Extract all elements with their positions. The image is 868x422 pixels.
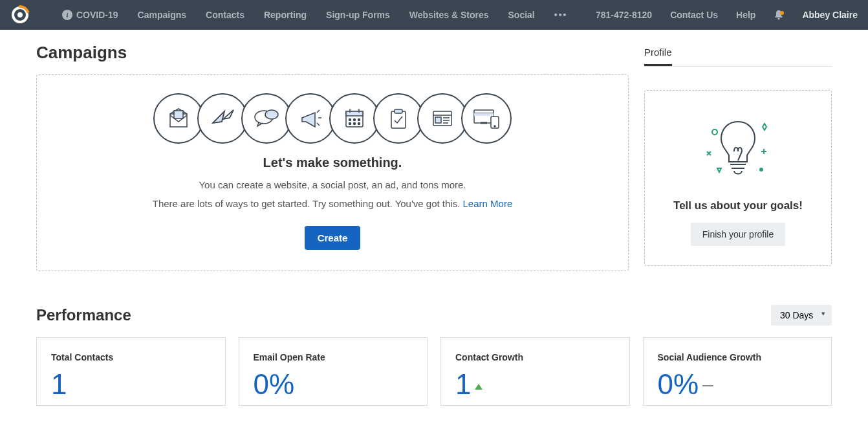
- svg-rect-32: [474, 113, 494, 116]
- nav-contact-us[interactable]: Contact Us: [670, 10, 718, 20]
- nav-covid-label: COVID-19: [76, 10, 118, 20]
- nav-campaigns[interactable]: Campaigns: [138, 10, 186, 20]
- svg-rect-22: [391, 111, 406, 128]
- svg-point-16: [349, 119, 351, 121]
- nav-social[interactable]: Social: [508, 10, 535, 20]
- megaphone-icon: [285, 93, 336, 144]
- svg-point-35: [494, 126, 495, 127]
- nav-websites-stores[interactable]: Websites & Stores: [409, 10, 489, 20]
- devices-icon: [461, 93, 512, 144]
- calendar-icon: [329, 93, 380, 144]
- svg-line-11: [317, 123, 320, 126]
- trend-up-icon: [475, 384, 483, 390]
- page-title: Campaigns: [36, 43, 629, 63]
- svg-point-18: [358, 119, 360, 121]
- svg-point-19: [349, 123, 351, 125]
- svg-point-21: [358, 123, 360, 125]
- card-contact-growth: Contact Growth 1: [440, 337, 630, 406]
- svg-line-9: [317, 110, 320, 113]
- hero-subtitle-1: You can create a website, a social post,…: [52, 179, 613, 190]
- svg-rect-5: [174, 111, 183, 118]
- svg-rect-23: [395, 109, 402, 113]
- nav-phone[interactable]: 781-472-8120: [596, 10, 652, 20]
- tab-profile[interactable]: Profile: [644, 43, 672, 66]
- card-social-audience-growth: Social Audience Growth 0% –: [643, 337, 832, 406]
- card-email-open-rate: Email Open Rate 0%: [239, 337, 428, 406]
- svg-point-2: [778, 18, 780, 20]
- svg-rect-26: [435, 117, 441, 123]
- card-value: 0%: [254, 370, 413, 399]
- svg-point-8: [265, 110, 278, 119]
- svg-rect-13: [346, 111, 363, 116]
- svg-point-37: [759, 168, 763, 172]
- nav-user[interactable]: Abbey Claire: [802, 10, 858, 20]
- goals-box: Tell us about your goals! Finish your pr…: [644, 90, 832, 266]
- svg-point-3: [780, 11, 784, 15]
- info-icon: i: [62, 10, 72, 20]
- performance-title: Performance: [36, 306, 131, 324]
- lightbulb-icon: [658, 113, 818, 186]
- card-total-contacts: Total Contacts 1: [36, 337, 226, 406]
- date-range-select[interactable]: 30 Days: [771, 305, 832, 326]
- card-label: Total Contacts: [51, 352, 211, 362]
- top-nav: i COVID-19 Campaigns Contacts Reporting …: [0, 0, 868, 30]
- card-value: 1: [455, 370, 615, 399]
- goals-title: Tell us about your goals!: [658, 199, 818, 212]
- brand-logo[interactable]: [10, 5, 30, 25]
- hero-subtitle-2: There are lots of ways to get started. T…: [52, 198, 613, 209]
- hero-box: Let's make something. You can create a w…: [36, 74, 629, 271]
- nav-reporting[interactable]: Reporting: [264, 10, 307, 20]
- learn-more-link[interactable]: Learn More: [463, 198, 513, 209]
- browser-icon: [417, 93, 468, 144]
- svg-point-17: [354, 119, 356, 121]
- hero-subtitle-2-text: There are lots of ways to get started. T…: [153, 198, 463, 209]
- chat-icon: [241, 93, 292, 144]
- card-value: 0% –: [658, 370, 818, 399]
- nav-help[interactable]: Help: [736, 10, 755, 20]
- clipboard-check-icon: [373, 93, 424, 144]
- card-label: Social Audience Growth: [658, 352, 818, 362]
- date-range-select-wrap: 30 Days: [771, 305, 832, 326]
- create-button[interactable]: Create: [305, 226, 361, 250]
- trend-flat-icon: –: [702, 375, 713, 394]
- nav-more-icon[interactable]: •••: [554, 10, 568, 20]
- svg-point-1: [17, 12, 23, 17]
- email-icon: [153, 93, 204, 144]
- card-label: Contact Growth: [455, 352, 615, 362]
- paper-plane-icon: [197, 93, 248, 144]
- profile-tabs: Profile: [644, 43, 832, 67]
- notifications-icon[interactable]: [774, 10, 784, 20]
- svg-point-36: [712, 129, 717, 135]
- nav-contacts[interactable]: Contacts: [206, 10, 244, 20]
- hero-title: Let's make something.: [52, 155, 613, 170]
- nav-covid[interactable]: i COVID-19: [62, 10, 118, 20]
- svg-point-20: [354, 123, 356, 125]
- finish-profile-button[interactable]: Finish your profile: [691, 223, 786, 246]
- card-label: Email Open Rate: [254, 352, 413, 362]
- card-value: 1: [51, 370, 211, 399]
- hero-icon-row: [52, 93, 613, 144]
- nav-signup-forms[interactable]: Sign-up Forms: [326, 10, 390, 20]
